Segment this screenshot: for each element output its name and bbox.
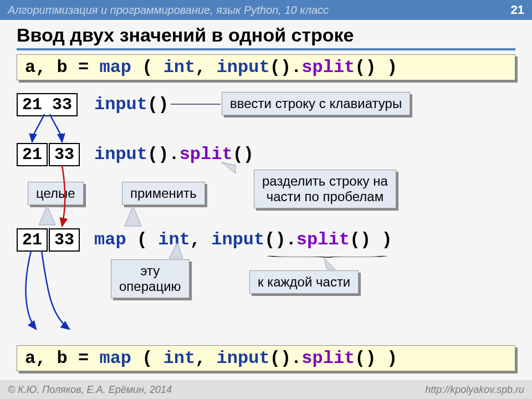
code-text: () ) [350,229,392,250]
slide-footer: © К.Ю. Поляков, Е.А. Ерёмин, 2014 http:/… [0,380,532,399]
split-box-1: 21 [17,143,48,166]
code-text: (). [270,57,302,78]
slide-body: a, b = map ( int, input().split() ) 21 3… [17,54,515,377]
code-text: a, b = [25,348,99,369]
svg-marker-5 [324,258,335,269]
code-keyword-int: int [163,348,196,369]
code-box-bottom: a, b = map ( int, input().split() ) [17,345,515,371]
code-keyword-map: map [94,229,126,250]
page-number: 21 [511,3,524,17]
code-text: () ) [355,57,397,78]
code-text: , [195,348,216,369]
code-text: (). [270,348,302,369]
callout-split-by-space: разделить строку на части по пробелам [254,170,396,208]
callout-input-keyboard: ввести строку с клавиатуры [222,92,410,115]
code-line-input: input() [94,94,168,115]
code-text: () [147,94,168,115]
callout-apply: применить [122,182,205,205]
code-func-split: split [301,57,355,78]
code-func-split: split [301,348,355,369]
code-box-top: a, b = map ( int, input().split() ) [17,54,515,80]
callout-each-part: к каждой части [249,270,359,294]
code-func-input: input [211,229,264,250]
code-text: , [195,57,216,78]
code-line-split: input().split() [94,144,254,165]
code-keyword-int: int [163,57,196,78]
code-text: , [190,229,211,250]
code-text: () [233,144,254,165]
code-func-input: input [94,144,147,165]
title-underline [17,48,515,50]
code-func-split: split [180,144,233,165]
code-keyword-int: int [158,229,190,250]
footer-link: http://kpolyakov.spb.ru [425,384,524,396]
code-text: () ) [355,348,397,369]
course-label: Алгоритмизация и программирование, язык … [8,4,329,17]
int-box-1: 21 [17,228,48,252]
svg-marker-3 [125,206,141,226]
code-line-map: map ( int, input().split() ) [94,229,392,250]
code-text: ( [131,348,163,369]
callout-whole: целые [28,182,84,205]
code-text: (). [147,144,180,165]
slide-header: Алгоритмизация и программирование, язык … [0,0,532,20]
footer-copyright: © К.Ю. Поляков, Е.А. Ерёмин, 2014 [8,384,172,396]
split-box-2: 33 [49,143,80,166]
brace-icon: ⏟ [267,248,391,258]
code-text: a, b = [25,57,99,78]
svg-marker-2 [39,206,55,225]
callout-this-op: эту операцию [111,259,190,298]
raw-input-box: 21 33 [17,93,78,116]
code-func-split: split [296,229,350,250]
code-keyword-map: map [99,348,131,369]
code-func-input: input [94,94,147,115]
slide-title: Ввод двух значений в одной строке [0,20,532,46]
code-func-input: input [217,57,270,78]
code-func-input: input [217,348,270,369]
code-text: ( [126,229,158,250]
code-text: (). [264,229,296,250]
code-text: ( [131,57,163,78]
code-keyword-map: map [99,57,131,78]
int-box-2: 33 [49,228,80,252]
